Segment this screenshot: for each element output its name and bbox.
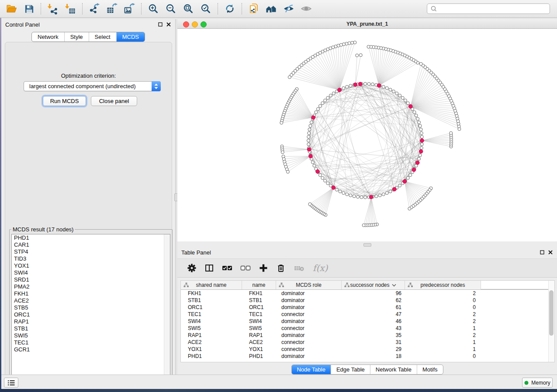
mcds-result-item[interactable]: RAP1 <box>12 318 170 325</box>
save-icon <box>24 3 35 14</box>
table-row[interactable]: SWI5SWI5connector431 <box>181 325 554 332</box>
refresh-layout-icon <box>224 3 235 14</box>
mcds-result-item[interactable]: PMA2 <box>12 283 170 290</box>
column-header-successor-nodes[interactable]: successor nodes <box>342 281 405 289</box>
memory-status-icon <box>524 381 529 385</box>
float-panel-icon[interactable] <box>540 250 544 254</box>
network-window-title: YPA_prune.txt_1 <box>177 19 557 29</box>
open-file-button[interactable] <box>3 1 20 16</box>
tab-edge-table[interactable]: Edge Table <box>331 365 370 374</box>
column-header-name[interactable]: name <box>242 281 276 289</box>
mcds-result-item[interactable]: YOX1 <box>12 262 170 269</box>
list-scrollbar[interactable] <box>164 234 170 387</box>
tab-network[interactable]: Network <box>32 32 64 41</box>
mcds-result-item[interactable]: SWI4 <box>12 269 170 276</box>
zoom-fit-button[interactable] <box>180 1 197 16</box>
column-header-mcds-role[interactable]: MCDS role <box>276 281 342 289</box>
search-input[interactable] <box>439 4 550 13</box>
new-network-from-selection-button[interactable] <box>245 1 263 16</box>
table-row[interactable]: YOX1YOX1connector291 <box>181 346 554 353</box>
zoom-out-button[interactable] <box>162 1 180 16</box>
mcds-result-item[interactable]: FKH1 <box>12 290 170 297</box>
zoom-in-button[interactable] <box>145 1 162 16</box>
mcds-result-item[interactable]: TID3 <box>12 255 170 262</box>
table-row[interactable]: FKH1FKH1dominator962 <box>181 290 554 297</box>
search-icon <box>430 5 439 12</box>
import-network-button[interactable] <box>44 1 62 16</box>
memory-button[interactable]: Memory <box>522 378 553 388</box>
table-scrollbar[interactable] <box>548 281 554 362</box>
network-canvas[interactable] <box>177 29 557 241</box>
float-panel-icon[interactable] <box>158 22 163 27</box>
first-neighbors-button[interactable] <box>263 1 280 16</box>
mcds-result-item[interactable]: PHD1 <box>12 234 170 241</box>
cell-mcds-role: connector <box>276 311 342 318</box>
mcds-result-item[interactable]: STP4 <box>12 248 170 255</box>
deselect-all-icon[interactable] <box>240 263 251 273</box>
add-icon[interactable] <box>259 263 268 273</box>
zoom-selected-button[interactable] <box>197 1 214 16</box>
export-network-button[interactable] <box>86 1 103 16</box>
table-settings-icon[interactable] <box>187 263 197 273</box>
tab-select[interactable]: Select <box>89 32 116 41</box>
export-table-button[interactable] <box>103 1 121 16</box>
cell-successor-nodes: 31 <box>342 339 405 346</box>
close-panel-icon[interactable] <box>166 22 171 27</box>
tab-motifs[interactable]: Motifs <box>417 365 443 374</box>
table-row[interactable]: PHD1PHD1dominator180 <box>181 353 554 360</box>
tab-network-table[interactable]: Network Table <box>370 365 417 374</box>
tab-node-table[interactable]: Node Table <box>291 365 331 374</box>
table-row[interactable]: SWI4SWI4dominator462 <box>181 318 554 325</box>
table-row[interactable]: RAP1RAP1dominator352 <box>181 332 554 339</box>
show-all-button[interactable] <box>298 1 315 16</box>
mcds-result-item[interactable]: STB5 <box>12 304 170 311</box>
export-image-button[interactable] <box>121 1 138 16</box>
table-toolbar: f(x) <box>177 258 557 278</box>
column-header-predecessor-nodes[interactable]: predecessor nodes <box>405 281 481 289</box>
horizontal-splitter[interactable] <box>177 241 557 247</box>
cell-name: ACE2 <box>242 339 276 346</box>
cell-predecessor-nodes: 0 <box>405 304 481 311</box>
mcds-result-item[interactable]: SWI5 <box>12 332 170 339</box>
cell-mcds-role: dominator <box>276 353 342 360</box>
select-all-icon[interactable] <box>222 263 232 273</box>
apply-layout-button[interactable] <box>221 1 239 16</box>
table-row[interactable]: ORC1ORC1dominator610 <box>181 304 554 311</box>
close-panel-button[interactable]: Close panel <box>91 96 137 106</box>
hide-selected-button[interactable] <box>280 1 298 16</box>
table-row[interactable]: ACE2ACE2connector311 <box>181 339 554 346</box>
node-table[interactable]: shared namenameMCDS rolesuccessor nodesp… <box>180 280 555 362</box>
mcds-result-item[interactable]: ORC1 <box>12 311 170 318</box>
optimization-criterion-label: Optimization criterion: <box>5 72 172 79</box>
mcds-result-list[interactable]: PHD1CAR1STP4TID3YOX1SWI4SRD1PMA2FKH1ACE2… <box>11 234 170 387</box>
mcds-result-item[interactable]: SRD1 <box>12 276 170 283</box>
cell-name: SWI4 <box>242 318 276 325</box>
tab-mcds[interactable]: MCDS <box>116 32 145 41</box>
optimization-criterion-select[interactable]: largest connected component (undirected) <box>24 81 161 91</box>
mcds-result-item[interactable]: ACE2 <box>12 297 170 304</box>
run-mcds-button[interactable]: Run MCDS <box>43 96 86 106</box>
mcds-result-item[interactable]: TEC1 <box>12 339 170 346</box>
scrollbar-thumb[interactable] <box>549 290 554 336</box>
table-row[interactable]: TEC1TEC1connector472 <box>181 311 554 318</box>
import-table-button[interactable] <box>62 1 79 16</box>
search-field[interactable] <box>427 3 550 14</box>
delete-icon[interactable] <box>276 263 286 273</box>
mcds-result-item[interactable]: STB1 <box>12 325 170 332</box>
splitter-grip[interactable] <box>363 243 371 247</box>
cell-predecessor-nodes: 1 <box>405 325 481 332</box>
close-panel-icon[interactable] <box>548 250 553 254</box>
toggle-panes-icon[interactable] <box>204 263 214 273</box>
show-panels-menu-button[interactable] <box>4 378 18 388</box>
cell-mcds-role: dominator <box>276 297 342 304</box>
tab-style[interactable]: Style <box>64 32 89 41</box>
network-graph[interactable] <box>177 29 557 241</box>
column-header-shared-name[interactable]: shared name <box>181 281 242 289</box>
export-table-icon <box>106 3 118 14</box>
cell-successor-nodes: 96 <box>342 290 405 297</box>
save-session-button[interactable] <box>20 1 38 16</box>
mcds-result-item[interactable]: GCR1 <box>12 346 170 353</box>
mcds-result-item[interactable]: CAR1 <box>12 241 170 248</box>
table-row[interactable]: STB1STB1dominator620 <box>181 297 554 304</box>
network-window-titlebar[interactable]: YPA_prune.txt_1 <box>177 19 557 29</box>
